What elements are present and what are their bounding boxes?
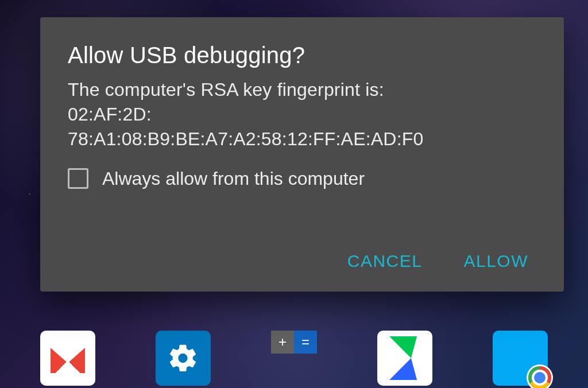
plus-icon: + — [271, 331, 294, 354]
cancel-button[interactable]: CANCEL — [345, 247, 425, 276]
fingerprint-line-2: 78:A1:08:B9:BE:A7:A2:58:12:FF:AE:AD:F0 — [68, 129, 424, 149]
always-allow-label: Always allow from this computer — [102, 168, 365, 189]
app-icon-with-chrome-badge[interactable] — [493, 331, 548, 386]
calculator-app-icon[interactable]: + = — [271, 331, 317, 354]
dialog-actions: CANCEL ALLOW — [68, 247, 536, 276]
always-allow-row[interactable]: Always allow from this computer — [68, 168, 536, 189]
dialog-body: The computer's RSA key fingerprint is: 0… — [68, 77, 536, 152]
play-store-app-icon[interactable] — [377, 331, 432, 386]
dialog-title: Allow USB debugging? — [68, 42, 536, 68]
dock: + = — [0, 325, 588, 388]
fingerprint-line-1: 02:AF:2D: — [68, 104, 152, 125]
gmail-app-icon[interactable] — [40, 331, 95, 386]
fingerprint-intro: The computer's RSA key fingerprint is: — [68, 79, 384, 100]
settings-app-icon[interactable] — [156, 331, 211, 386]
usb-debugging-dialog: Allow USB debugging? The computer's RSA … — [40, 17, 564, 292]
allow-button[interactable]: ALLOW — [461, 247, 531, 276]
chrome-icon — [528, 366, 551, 388]
gear-icon — [156, 331, 211, 386]
equals-icon: = — [294, 331, 317, 354]
always-allow-checkbox[interactable] — [68, 168, 88, 189]
